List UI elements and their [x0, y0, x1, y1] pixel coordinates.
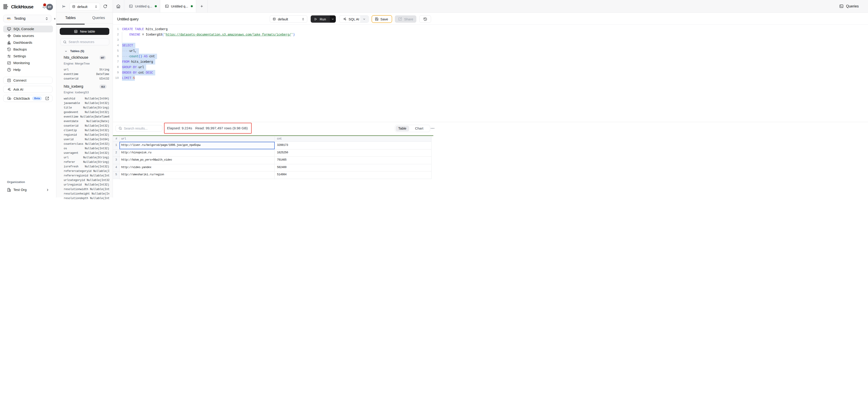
- svg-text:aws: aws: [7, 17, 11, 19]
